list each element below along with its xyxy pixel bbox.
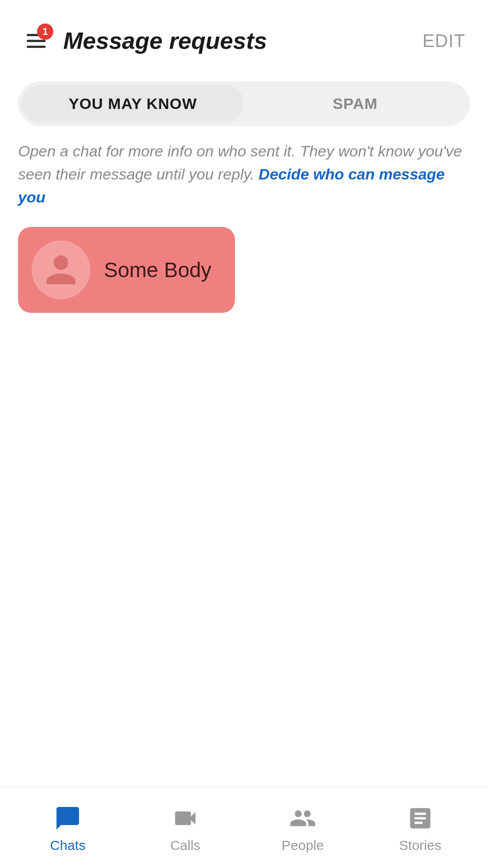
person-icon <box>43 252 79 288</box>
nav-item-chats[interactable]: Chats <box>9 802 127 853</box>
tab-bar: YOU MAY KNOW SPAM <box>18 81 470 126</box>
nav-label-calls: Calls <box>170 838 201 853</box>
calls-icon <box>169 802 201 834</box>
tab-you-may-know[interactable]: YOU MAY KNOW <box>22 85 244 123</box>
nav-label-people: People <box>282 838 324 853</box>
avatar <box>32 241 90 299</box>
header: 1 Message requests EDIT <box>0 0 488 72</box>
bottom-navigation: Chats Calls People Stories <box>0 787 488 868</box>
tab-spam[interactable]: SPAM <box>244 85 466 123</box>
people-icon <box>287 802 319 834</box>
nav-item-people[interactable]: People <box>244 802 361 853</box>
header-left: 1 Message requests <box>18 23 267 59</box>
menu-button[interactable]: 1 <box>18 23 54 59</box>
contact-name: Some Body <box>104 258 211 282</box>
contact-card[interactable]: Some Body <box>18 227 235 313</box>
nav-label-chats: Chats <box>50 838 85 853</box>
stories-icon <box>404 802 436 834</box>
nav-label-stories: Stories <box>399 838 441 853</box>
edit-button[interactable]: EDIT <box>422 31 465 51</box>
notification-badge: 1 <box>37 24 53 40</box>
page-title: Message requests <box>63 27 267 54</box>
nav-item-calls[interactable]: Calls <box>127 802 244 853</box>
nav-item-stories[interactable]: Stories <box>361 802 479 853</box>
chat-icon <box>52 802 84 834</box>
info-description: Open a chat for more info on who sent it… <box>18 140 470 209</box>
